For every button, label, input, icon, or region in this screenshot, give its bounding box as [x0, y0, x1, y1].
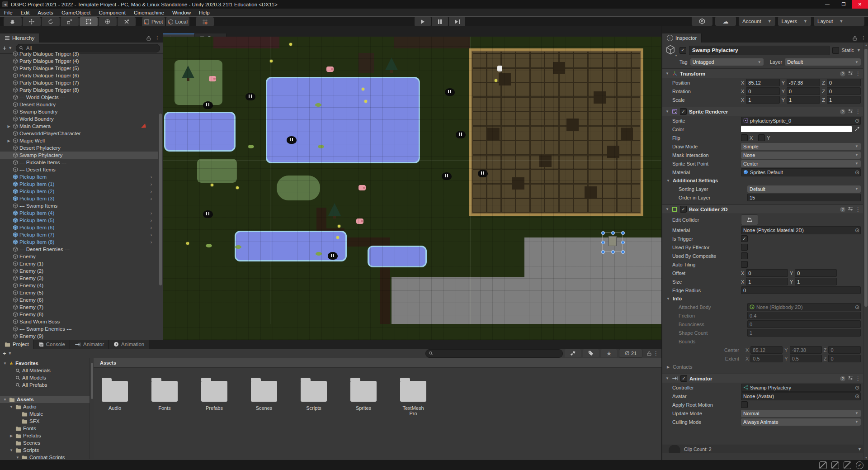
axis-input[interactable]: 0: [828, 346, 861, 354]
step-button[interactable]: [449, 17, 465, 26]
tree-item-favorites[interactable]: ▼★Favorites: [0, 360, 90, 367]
rect-tool[interactable]: [80, 17, 98, 26]
transform-tool[interactable]: [99, 17, 117, 26]
axis-input[interactable]: 1: [827, 96, 861, 104]
expander-icon[interactable]: ▼: [3, 361, 7, 366]
object-field[interactable]: Sprites-Default⊙: [741, 168, 861, 176]
axis-input[interactable]: 85.12: [746, 79, 779, 86]
open-prefab-icon[interactable]: ›: [151, 175, 152, 180]
axis-input[interactable]: 1: [795, 278, 837, 285]
grid-snap-button[interactable]: [196, 17, 214, 26]
status-ok-icon[interactable]: ✓: [856, 461, 863, 469]
open-prefab-icon[interactable]: ›: [151, 182, 152, 187]
open-prefab-icon[interactable]: ›: [151, 218, 152, 223]
axis-input[interactable]: 0.5: [750, 355, 783, 362]
tree-item-assets[interactable]: ▼Assets: [0, 396, 90, 403]
tree-item-scenes[interactable]: Scenes: [0, 439, 90, 446]
help-icon[interactable]: ?: [840, 207, 845, 212]
hierarchy-item-party-dialogue-trigger-8[interactable]: Party Dialogue Trigger (8): [0, 86, 158, 94]
axis-input[interactable]: 0: [827, 79, 861, 86]
hierarchy-item-swamp-items[interactable]: --- Swamp Items: [0, 202, 158, 209]
static-checkbox[interactable]: [832, 47, 839, 54]
axis-input[interactable]: 85.12: [750, 346, 783, 354]
panel-menu-icon[interactable]: ⋮: [155, 35, 160, 41]
component-menu-icon[interactable]: ⋮: [855, 71, 861, 77]
object-field[interactable]: None (Avatar)⊙: [741, 392, 861, 400]
tree-item-prefabs[interactable]: ▶Prefabs: [0, 432, 90, 439]
hierarchy-item-pickup-item-3[interactable]: Pickup Item (3)›: [0, 195, 158, 202]
tab-animator[interactable]: Animator: [70, 340, 109, 349]
tree-item-music[interactable]: Music: [0, 410, 90, 418]
tree-item-fonts[interactable]: Fonts: [0, 425, 90, 432]
dropdown[interactable]: Always Animate▼: [741, 418, 861, 426]
layout-dropdown[interactable]: Layout▼: [814, 17, 864, 26]
scale-tool[interactable]: [61, 17, 79, 26]
project-search[interactable]: [425, 349, 563, 358]
scene-visibility-badge-icon[interactable]: [141, 123, 146, 129]
assets-breadcrumb[interactable]: Assets: [100, 360, 116, 366]
move-tool[interactable]: [23, 17, 41, 26]
axis-input[interactable]: 0: [828, 355, 861, 362]
lock-icon[interactable]: [853, 36, 857, 41]
tag-dropdown[interactable]: Untagged▼: [690, 58, 764, 66]
tree-item-all-models[interactable]: All Models: [0, 374, 90, 381]
layers-dropdown[interactable]: Layers▼: [778, 17, 811, 26]
console-muted-icon[interactable]: [831, 461, 839, 469]
selection-handle[interactable]: [611, 231, 615, 235]
component-enabled-checkbox[interactable]: ✓: [680, 375, 687, 382]
minimize-button[interactable]: —: [819, 0, 835, 9]
expander-icon[interactable]: ▼: [9, 405, 14, 409]
tree-item-scripts[interactable]: ▼Scripts: [0, 446, 90, 454]
animator-preview-bar[interactable]: Clip Count: 2 ▼: [662, 445, 863, 453]
object-field[interactable]: None (Rigidbody 2D)⊙: [747, 303, 861, 311]
expander-icon[interactable]: ▶: [6, 124, 11, 128]
axis-input[interactable]: 0: [787, 87, 820, 95]
hierarchy-item-world-boundry[interactable]: World Boundry: [0, 115, 158, 123]
selection-handle[interactable]: [601, 231, 605, 235]
menu-assets[interactable]: Assets: [33, 10, 57, 15]
layer-dropdown[interactable]: Default▼: [785, 58, 861, 66]
component-enabled-checkbox[interactable]: ✓: [680, 206, 687, 213]
foldout-additional-settings[interactable]: ▼Additional Settings: [662, 176, 863, 185]
axis-input[interactable]: 0: [746, 269, 788, 277]
pivot-toggle[interactable]: Pivot: [142, 17, 165, 26]
open-prefab-icon[interactable]: ›: [151, 196, 152, 201]
hierarchy-item-enemy-7[interactable]: Enemy (7): [0, 304, 158, 311]
expander-icon[interactable]: ▶: [6, 139, 11, 143]
component-header-sprite-renderer[interactable]: ▼✓Sprite Renderer?⋮: [662, 107, 863, 116]
dropdown[interactable]: Normal▼: [741, 410, 861, 417]
dropdown[interactable]: Default▼: [747, 185, 861, 193]
project-search-input[interactable]: [435, 350, 560, 356]
expander-icon[interactable]: ▼: [15, 456, 20, 460]
axis-input[interactable]: 0: [827, 87, 861, 95]
expander-icon[interactable]: ▼: [9, 448, 14, 452]
account-dropdown[interactable]: Account▼: [739, 17, 775, 26]
hierarchy-item-swamp-phylactery[interactable]: Swamp Phylactery: [0, 152, 158, 159]
hierarchy-item-party-dialogue-trigger-5[interactable]: Party Dialogue Trigger (5): [0, 65, 158, 72]
edit-collider-button[interactable]: [741, 214, 758, 225]
selection-handle[interactable]: [621, 231, 625, 235]
lock-icon[interactable]: [647, 351, 651, 356]
cloud-button[interactable]: ☁: [715, 17, 736, 26]
component-menu-icon[interactable]: ⋮: [855, 206, 861, 213]
axis-input[interactable]: 1: [746, 96, 779, 104]
foldout-info[interactable]: ▼Info: [662, 294, 863, 303]
hierarchy-item-party-dialogue-trigger-6[interactable]: Party Dialogue Trigger (6): [0, 72, 158, 79]
menu-gameobject[interactable]: GameObject: [57, 10, 95, 15]
object-picker-icon[interactable]: ⊙: [855, 118, 859, 124]
component-header-transform[interactable]: ▼Transform?⋮: [662, 69, 863, 78]
hierarchy-item-desert-boundry[interactable]: Desert Boundry: [0, 101, 158, 108]
hierarchy-item-sand-worm-boss[interactable]: Sand Worm Boss: [0, 318, 158, 325]
tree-item-sfx[interactable]: SFX: [0, 418, 90, 425]
tree-item-all-prefabs[interactable]: All Prefabs: [0, 381, 90, 389]
tab-animation[interactable]: Animation: [109, 340, 149, 349]
axis-input[interactable]: -97.38: [787, 79, 820, 86]
foldout-icon[interactable]: ▼: [665, 71, 670, 76]
tab-inspector[interactable]: i Inspector: [662, 33, 702, 43]
menu-window[interactable]: Window: [168, 10, 195, 15]
hierarchy-item-enemy-1[interactable]: Enemy (1): [0, 260, 158, 267]
checkbox[interactable]: ✓: [741, 235, 748, 242]
search-by-label-button[interactable]: [583, 349, 599, 357]
object-picker-icon[interactable]: ⊙: [855, 169, 859, 176]
favorites-star-button[interactable]: ★: [601, 349, 617, 357]
